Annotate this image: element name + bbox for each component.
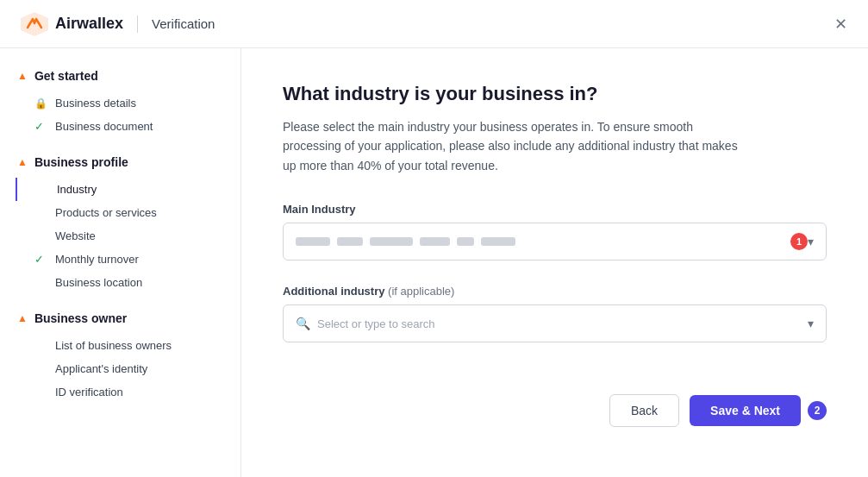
chevron-icon-get-started: ▲ [17, 70, 28, 82]
main-industry-select[interactable]: 1 ▾ [283, 223, 827, 260]
additional-industry-search[interactable]: 🔍 Select or type to search ▾ [283, 304, 827, 342]
main-industry-chevron-icon: ▾ [808, 235, 814, 248]
sidebar-item-products-services[interactable]: Products or services [17, 201, 223, 224]
sidebar-item-label-id-verification: ID verification [55, 386, 123, 399]
sidebar-item-monthly-turnover[interactable]: ✓ Monthly turnover [17, 248, 223, 271]
check-icon-turnover: ✓ [34, 253, 47, 266]
sidebar-item-label-business-details: Business details [55, 97, 136, 110]
section-title-business-owner: Business owner [34, 311, 127, 325]
blurred-1 [296, 237, 330, 246]
main-industry-badge: 1 [790, 233, 808, 250]
additional-industry-chevron-icon: ▾ [808, 317, 814, 330]
sidebar-item-label-industry: Industry [57, 183, 97, 196]
sidebar: ▲ Get started 🔒 Business details ✓ Busin… [0, 48, 241, 477]
blurred-6 [481, 237, 515, 246]
save-next-badge: 2 [808, 401, 827, 420]
back-button[interactable]: Back [609, 394, 679, 427]
main-industry-value-area [296, 237, 790, 246]
section-header-business-owner[interactable]: ▲ Business owner [17, 311, 223, 325]
content-area: What industry is your business in? Pleas… [241, 48, 868, 477]
main-industry-field: Main Industry 1 ▾ [283, 203, 827, 260]
header-left: Airwallex Verification [21, 12, 215, 36]
sidebar-item-id-verification[interactable]: ID verification [17, 380, 223, 404]
sidebar-item-business-details[interactable]: 🔒 Business details [17, 91, 223, 115]
blurred-4 [420, 237, 450, 246]
header-title: Verification [152, 16, 215, 31]
chevron-icon-business-profile: ▲ [17, 156, 28, 168]
airwallex-logo-icon [21, 12, 48, 36]
sidebar-item-label-list-owners: List of business owners [55, 339, 172, 352]
logo-text: Airwallex [55, 15, 123, 33]
sidebar-item-label-business-location: Business location [55, 276, 142, 289]
sidebar-item-label-products-services: Products or services [55, 206, 157, 219]
sidebar-item-list-owners[interactable]: List of business owners [17, 334, 223, 357]
close-button[interactable]: ✕ [834, 15, 847, 34]
main-industry-label: Main Industry [283, 203, 827, 216]
section-header-business-profile[interactable]: ▲ Business profile [17, 155, 223, 169]
blurred-3 [370, 237, 413, 246]
sidebar-item-business-document[interactable]: ✓ Business document [17, 115, 223, 138]
save-next-button[interactable]: Save & Next [690, 395, 801, 426]
sidebar-item-label-monthly-turnover: Monthly turnover [55, 253, 139, 266]
section-header-get-started[interactable]: ▲ Get started [17, 69, 223, 83]
page-description: Please select the main industry your bus… [283, 117, 748, 175]
sidebar-item-label-applicant-identity: Applicant's identity [55, 362, 147, 375]
logo: Airwallex [21, 12, 123, 36]
main-layout: ▲ Get started 🔒 Business details ✓ Busin… [0, 48, 868, 477]
lock-icon: 🔒 [34, 97, 47, 110]
blurred-5 [457, 237, 474, 246]
header: Airwallex Verification ✕ [0, 0, 868, 48]
chevron-icon-business-owner: ▲ [17, 312, 28, 324]
blurred-2 [337, 237, 363, 246]
search-icon: 🔍 [296, 317, 310, 330]
logo-divider [137, 16, 138, 33]
sidebar-section-get-started: ▲ Get started 🔒 Business details ✓ Busin… [17, 69, 223, 138]
sidebar-item-label-business-document: Business document [55, 120, 153, 133]
save-next-wrapper: Save & Next 2 [690, 395, 827, 426]
sidebar-item-label-website: Website [55, 229, 96, 242]
sidebar-item-applicant-identity[interactable]: Applicant's identity [17, 357, 223, 380]
section-title-business-profile: Business profile [34, 155, 128, 169]
sidebar-item-business-location[interactable]: Business location [17, 271, 223, 294]
additional-industry-qualifier: (if applicable) [388, 285, 454, 298]
sidebar-item-website[interactable]: Website [17, 224, 223, 248]
sidebar-item-industry[interactable]: Industry [16, 178, 223, 201]
page-title: What industry is your business in? [283, 83, 827, 105]
additional-industry-label-text: Additional industry [283, 285, 384, 298]
additional-industry-field: Additional industry (if applicable) 🔍 Se… [283, 285, 827, 342]
section-title-get-started: Get started [34, 69, 98, 83]
sidebar-section-business-owner: ▲ Business owner List of business owners… [17, 311, 223, 404]
sidebar-section-business-profile: ▲ Business profile Industry Products or … [17, 155, 223, 294]
additional-industry-placeholder: Select or type to search [317, 317, 801, 330]
check-icon-business-document: ✓ [34, 120, 47, 133]
button-row: Back Save & Next 2 [283, 394, 827, 427]
additional-industry-label: Additional industry (if applicable) [283, 285, 827, 298]
